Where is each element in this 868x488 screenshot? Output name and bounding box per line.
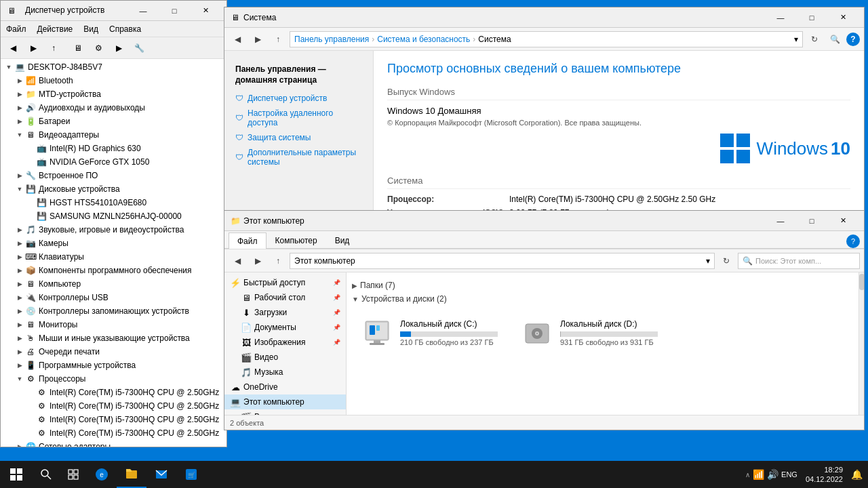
devmgr-menu-help[interactable]: Справка: [104, 21, 146, 37]
exp-nav-pictures[interactable]: 🖼 Изображения 📌: [224, 335, 346, 350]
tree-item-cpu1[interactable]: ⚙ Intel(R) Core(TM) i5-7300HQ CPU @ 2.50…: [1, 386, 226, 399]
devmgr-minimize-button[interactable]: —: [127, 1, 159, 21]
exp-search-box[interactable]: 🔍 Поиск: Этот комп...: [738, 253, 860, 269]
exp-forward-button[interactable]: ▶: [249, 252, 267, 270]
ribbon-tab-file[interactable]: Файл: [229, 232, 267, 249]
explorer-maximize-button[interactable]: □: [796, 211, 827, 231]
tree-item-mice[interactable]: ▶ 🖱 Мыши и иные указывающие устройства: [1, 331, 226, 345]
exp-nav-music[interactable]: 🎵 Музыка: [224, 365, 346, 380]
breadcrumb-dropdown-btn[interactable]: ▾: [794, 35, 798, 44]
tree-item-sound[interactable]: ▶ 🎵 Звуковые, игровые и видеоустройства: [1, 223, 226, 237]
ribbon-tab-computer[interactable]: Компьютер: [267, 232, 326, 248]
sys-sidebar-devmgr[interactable]: 🛡 Диспетчер устройств: [224, 91, 373, 106]
taskbar-network-icon[interactable]: 📶: [753, 469, 764, 480]
taskbar-chevron-icon[interactable]: ∧: [745, 471, 750, 479]
explorer-scrollbar[interactable]: [859, 272, 864, 415]
exp-up-button[interactable]: ↑: [269, 252, 287, 270]
sys-breadcrumb[interactable]: Панель управления › Система и безопаснос…: [290, 31, 803, 47]
devmgr-btn3[interactable]: ▶: [109, 39, 128, 57]
tree-item-videoadapters[interactable]: ▼ 🖥 Видеоадаптеры: [1, 128, 226, 142]
sys-forward-button[interactable]: ▶: [249, 30, 267, 48]
exp-refresh-button[interactable]: ↻: [717, 252, 735, 270]
tree-item-keyboards[interactable]: ▶ ⌨ Клавиатуры: [1, 250, 226, 264]
taskbar-file-explorer-button[interactable]: [117, 461, 146, 488]
devmgr-root-item[interactable]: ▼ 💻 DESKTOP-J84B5V7: [1, 60, 226, 74]
devmgr-up-button[interactable]: ↑: [44, 39, 63, 57]
sys-sidebar-advanced[interactable]: 🛡 Дополнительные параметры системы: [224, 145, 373, 169]
devmgr-close-button[interactable]: ✕: [190, 1, 221, 21]
tree-item-usb[interactable]: ▶ 🔌 Контроллеры USB: [1, 291, 226, 304]
exp-nav-videos[interactable]: 🎬 Видео: [224, 350, 346, 365]
tree-item-cpu3[interactable]: ⚙ Intel(R) Core(TM) i5-7300HQ CPU @ 2.50…: [1, 413, 226, 426]
sys-up-button[interactable]: ↑: [269, 30, 287, 48]
devmgr-maximize-button[interactable]: □: [159, 1, 190, 21]
sys-help-button[interactable]: ?: [846, 33, 860, 46]
tree-item-computer[interactable]: ▶ 🖥 Компьютер: [1, 277, 226, 291]
taskbar-notification-icon[interactable]: 🔔: [851, 469, 863, 480]
tree-item-print-queue[interactable]: ▶ 🖨 Очереди печати: [1, 345, 226, 359]
system-minimize-button[interactable]: —: [765, 7, 796, 28]
start-button[interactable]: [0, 461, 33, 488]
exp-nav-quick-access[interactable]: ⚡ Быстрый доступ 📌: [224, 275, 346, 290]
tree-item-monitors[interactable]: ▶ 🖥 Мониторы: [1, 318, 226, 331]
exp-nav-desktop[interactable]: 🖥 Рабочий стол 📌: [224, 290, 346, 305]
ribbon-help-button[interactable]: ?: [846, 235, 860, 248]
drive-c-item[interactable]: Локальный диск (C:) 210 ГБ свободно из 2…: [355, 310, 504, 355]
tree-item-audio[interactable]: ▶ 🔊 Аудиовходы и аудиовыходы: [1, 101, 226, 115]
tree-item-hgst[interactable]: 💾 HGST HTS541010A9E680: [1, 196, 226, 209]
sys-sidebar-remote[interactable]: 🛡 Настройка удаленного доступа: [224, 106, 373, 130]
devmgr-back-button[interactable]: ◀: [3, 39, 22, 57]
tree-item-firmware[interactable]: ▶ 🔧 Встроенное ПО: [1, 169, 226, 182]
tree-item-nvidia[interactable]: 📺 NVIDIA GeForce GTX 1050: [1, 155, 226, 169]
devmgr-btn2[interactable]: ⚙: [89, 39, 108, 57]
sys-search-button[interactable]: 🔍: [826, 30, 844, 48]
tree-item-disk[interactable]: ▼ 💾 Дисковые устройства: [1, 182, 226, 196]
tree-item-mtd[interactable]: ▶ 📁 MTD-устройства: [1, 87, 226, 101]
tree-item-software[interactable]: ▶ 📦 Компоненты программного обеспечения: [1, 264, 226, 277]
tree-item-intel-hd[interactable]: 📺 Intel(R) HD Graphics 630: [1, 142, 226, 155]
exp-breadcrumb[interactable]: Этот компьютер ▾: [290, 253, 715, 269]
sys-sidebar-protection[interactable]: 🛡 Защита системы: [224, 130, 373, 145]
ribbon-tab-view[interactable]: Вид: [326, 232, 359, 248]
taskbar-lang[interactable]: ENG: [781, 470, 797, 479]
exp-nav-onedrive[interactable]: ☁ OneDrive: [224, 380, 346, 394]
devmgr-menu-action[interactable]: Действие: [32, 21, 79, 37]
taskbar-volume-icon[interactable]: 🔊: [767, 469, 778, 480]
system-close-button[interactable]: ✕: [827, 7, 859, 28]
tree-item-software-devices[interactable]: ▶ 📱 Программные устройства: [1, 359, 226, 372]
tree-item-battery[interactable]: ▶ 🔋 Батареи: [1, 115, 226, 128]
folders-section-header[interactable]: ▶ Папки (7): [352, 281, 853, 290]
tree-item-cameras[interactable]: ▶ 📷 Камеры: [1, 237, 226, 250]
explorer-minimize-button[interactable]: —: [765, 211, 796, 231]
breadcrumb-item-security[interactable]: Система и безопасность: [377, 35, 470, 44]
exp-nav-downloads[interactable]: ⬇ Загрузки 📌: [224, 305, 346, 320]
tree-item-bluetooth[interactable]: ▶ 📶 Bluetooth: [1, 74, 226, 87]
tree-item-cpu4[interactable]: ⚙ Intel(R) Core(TM) i5-7300HQ CPU @ 2.50…: [1, 426, 226, 440]
drive-d-item[interactable]: Локальный диск (D:) 931 ГБ свободно из 9…: [515, 310, 664, 355]
devmgr-btn1[interactable]: 🖥: [68, 39, 87, 57]
drives-section-header[interactable]: ▼ Устройства и диски (2): [352, 294, 853, 304]
devmgr-menu-view[interactable]: Вид: [78, 21, 104, 37]
tree-item-cpu2[interactable]: ⚙ Intel(R) Core(TM) i5-7300HQ CPU @ 2.50…: [1, 399, 226, 413]
devmgr-forward-button[interactable]: ▶: [24, 39, 43, 57]
taskbar-mail-button[interactable]: [146, 461, 176, 488]
system-maximize-button[interactable]: □: [796, 7, 827, 28]
tree-item-storage-ctrl[interactable]: ▶ 💿 Контроллеры запоминающих устройств: [1, 304, 226, 318]
sys-refresh-button[interactable]: ↻: [806, 30, 823, 48]
taskview-button[interactable]: [60, 461, 87, 488]
exp-nav-this-pc[interactable]: 💻 Этот компьютер: [224, 394, 346, 409]
exp-nav-documents[interactable]: 📄 Документы 📌: [224, 320, 346, 335]
tree-item-samsung[interactable]: 💾 SAMSUNG MZNLN256HAJQ-00000: [1, 209, 226, 223]
taskbar-search-button[interactable]: [33, 461, 60, 488]
exp-breadcrumb-dropdown[interactable]: ▾: [706, 256, 710, 266]
tree-item-network[interactable]: ▶ 🌐 Сетевые адаптеры: [1, 440, 226, 447]
devmgr-menu-file[interactable]: Файл: [1, 21, 32, 37]
sys-back-button[interactable]: ◀: [229, 30, 246, 48]
taskbar-unknown-button[interactable]: 🛒: [176, 461, 206, 488]
devmgr-btn4[interactable]: 🔧: [130, 39, 149, 57]
taskbar-clock[interactable]: 18:29 04.12.2022: [800, 465, 848, 485]
exp-back-button[interactable]: ◀: [229, 252, 246, 270]
exp-nav-videos2[interactable]: 🎬 Видео: [224, 409, 346, 415]
explorer-close-button[interactable]: ✕: [827, 211, 859, 231]
breadcrumb-item-cp[interactable]: Панель управления: [294, 35, 369, 44]
